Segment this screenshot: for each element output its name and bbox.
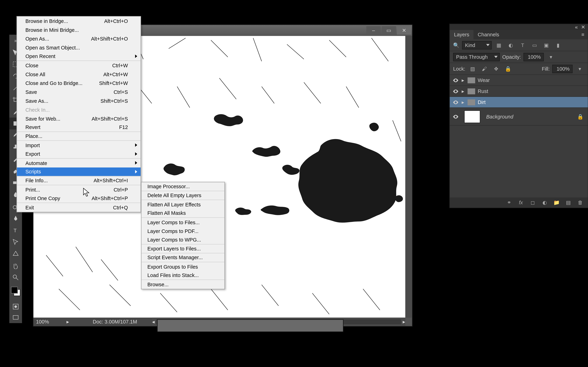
pen-tool[interactable] bbox=[9, 212, 22, 224]
tab-channels[interactable]: Channels bbox=[474, 30, 503, 39]
layer-row-background[interactable]: Background🔒 bbox=[450, 108, 588, 126]
visibility-toggle-icon[interactable] bbox=[450, 99, 462, 105]
layer-row-dirt[interactable]: ▸Dirt bbox=[450, 97, 588, 108]
vertical-scrollbar[interactable] bbox=[405, 36, 412, 318]
blend-mode-dropdown[interactable]: Pass Through bbox=[453, 53, 500, 61]
menu-item-close[interactable]: CloseCtrl+W bbox=[17, 61, 141, 70]
menu-item-label: Save As... bbox=[25, 98, 48, 104]
menu-item-open-as[interactable]: Open As...Alt+Shift+Ctrl+O bbox=[17, 34, 141, 43]
layer-fx-icon[interactable]: fx bbox=[518, 199, 524, 206]
menu-item-save[interactable]: SaveCtrl+S bbox=[17, 88, 141, 96]
menu-item-save-as[interactable]: Save As...Shift+Ctrl+S bbox=[17, 96, 141, 105]
visibility-toggle-icon[interactable] bbox=[450, 77, 462, 83]
submenu-item-flatten-all-masks[interactable]: Flatten All Masks bbox=[141, 209, 224, 218]
menu-shortcut: Ctrl+S bbox=[113, 89, 128, 95]
menu-item-automate[interactable]: Automate bbox=[17, 159, 141, 167]
opacity-value[interactable]: 100% bbox=[523, 53, 544, 61]
filter-search-icon[interactable]: 🔍 bbox=[453, 42, 459, 48]
submenu-item-image-processor[interactable]: Image Processor... bbox=[141, 182, 224, 191]
layer-row-wear[interactable]: ▸Wear bbox=[450, 75, 588, 86]
submenu-item-script-events-manager[interactable]: Script Events Manager... bbox=[141, 253, 224, 262]
fill-value[interactable]: 100% bbox=[552, 65, 573, 73]
menu-item-save-for-web[interactable]: Save for Web...Alt+Shift+Ctrl+S bbox=[17, 114, 141, 123]
hand-tool[interactable] bbox=[9, 260, 22, 272]
horizontal-scrollbar[interactable]: ◂ ▸ bbox=[152, 317, 405, 326]
path-select-tool[interactable] bbox=[9, 236, 22, 248]
disclosure-arrow-icon[interactable]: ▸ bbox=[462, 99, 467, 105]
type-tool[interactable]: T bbox=[9, 224, 22, 236]
submenu-item-layer-comps-to-wpg[interactable]: Layer Comps to WPG... bbox=[141, 236, 224, 244]
submenu-item-load-files-into-stack[interactable]: Load Files into Stack... bbox=[141, 271, 224, 280]
svg-line-18 bbox=[372, 38, 389, 61]
panel-collapse-icon[interactable]: « bbox=[574, 25, 579, 29]
visibility-toggle-icon[interactable] bbox=[450, 88, 462, 94]
window-minimize-button[interactable]: – bbox=[366, 26, 381, 35]
menu-item-browse-in-bridge[interactable]: Browse in Bridge...Alt+Ctrl+O bbox=[17, 17, 141, 25]
submenu-item-layer-comps-to-pdf[interactable]: Layer Comps to PDF... bbox=[141, 227, 224, 236]
filter-kind-dropdown[interactable]: Kind bbox=[462, 41, 492, 49]
menu-item-open-as-smart-object[interactable]: Open as Smart Object... bbox=[17, 43, 141, 52]
svg-line-14 bbox=[211, 40, 228, 57]
submenu-item-export-layers-to-files[interactable]: Export Layers to Files... bbox=[141, 244, 224, 253]
disclosure-arrow-icon[interactable]: ▸ bbox=[462, 88, 467, 94]
svg-line-32 bbox=[160, 293, 177, 312]
menu-item-scripts[interactable]: Scripts bbox=[17, 167, 141, 176]
link-layers-icon[interactable]: ⚭ bbox=[506, 199, 512, 206]
filter-toggle-icon[interactable]: ▮ bbox=[553, 41, 563, 49]
layer-group-icon[interactable]: 📁 bbox=[553, 199, 560, 206]
zoom-tool[interactable] bbox=[9, 272, 22, 284]
opacity-arrow-icon[interactable]: ▾ bbox=[546, 53, 556, 61]
filter-type-icon[interactable]: T bbox=[518, 41, 527, 49]
submenu-item-delete-all-empty-layers[interactable]: Delete All Empty Layers bbox=[141, 191, 224, 200]
window-maximize-button[interactable]: ▭ bbox=[381, 26, 396, 35]
zoom-level[interactable]: 100% bbox=[36, 319, 60, 325]
screenmode-toggle[interactable] bbox=[9, 312, 22, 323]
adjustment-layer-icon[interactable]: ◐ bbox=[541, 199, 548, 206]
delete-layer-icon[interactable]: 🗑 bbox=[577, 199, 584, 206]
layer-mask-icon[interactable]: ◻ bbox=[529, 199, 536, 206]
filter-smart-icon[interactable]: ▣ bbox=[542, 41, 551, 49]
menu-item-export[interactable]: Export bbox=[17, 150, 141, 159]
lock-position-icon[interactable]: ✥ bbox=[492, 65, 501, 73]
quickmask-toggle[interactable] bbox=[9, 301, 22, 312]
panel-close-icon[interactable]: ✕ bbox=[581, 25, 585, 29]
filter-adjust-icon[interactable]: ◐ bbox=[506, 41, 515, 49]
lock-all-icon[interactable]: 🔒 bbox=[503, 65, 513, 73]
menu-item-import[interactable]: Import bbox=[17, 141, 141, 150]
new-layer-icon[interactable]: ▤ bbox=[565, 199, 572, 206]
filter-pixel-icon[interactable]: ▦ bbox=[494, 41, 503, 49]
menu-item-print[interactable]: Print...Ctrl+P bbox=[17, 185, 141, 194]
fill-arrow-icon[interactable]: ▾ bbox=[575, 65, 584, 73]
submenu-item-flatten-all-layer-effects[interactable]: Flatten All Layer Effects bbox=[141, 200, 224, 209]
menu-item-close-all[interactable]: Close AllAlt+Ctrl+W bbox=[17, 70, 141, 79]
filter-shape-icon[interactable]: ▭ bbox=[530, 41, 539, 49]
color-swatches[interactable] bbox=[9, 285, 22, 301]
disclosure-arrow-icon[interactable]: ▸ bbox=[462, 77, 467, 83]
menu-item-close-and-go-to-bridge[interactable]: Close and Go to Bridge...Shift+Ctrl+W bbox=[17, 79, 141, 88]
menu-item-open-recent[interactable]: Open Recent bbox=[17, 52, 141, 61]
menu-item-exit[interactable]: ExitCtrl+Q bbox=[17, 203, 141, 212]
svg-point-7 bbox=[14, 305, 17, 308]
menu-item-browse-in-mini-bridge[interactable]: Browse in Mini Bridge... bbox=[17, 25, 141, 34]
shape-tool[interactable] bbox=[9, 248, 22, 260]
scroll-thumb[interactable] bbox=[157, 319, 344, 332]
lock-transparent-icon[interactable]: ▨ bbox=[468, 65, 477, 73]
document-size-label: Doc: 3.00M/107.1M bbox=[93, 319, 137, 325]
menu-item-print-one-copy[interactable]: Print One CopyAlt+Shift+Ctrl+P bbox=[17, 194, 141, 203]
menu-item-place[interactable]: Place... bbox=[17, 132, 141, 141]
scroll-right-arrow[interactable]: ▸ bbox=[403, 319, 405, 325]
layer-row-rust[interactable]: ▸Rust bbox=[450, 86, 588, 97]
lock-pixels-icon[interactable]: 🖌 bbox=[480, 65, 489, 73]
statusbar-icon[interactable]: ▸ bbox=[67, 319, 69, 325]
panel-menu-icon[interactable]: ≡ bbox=[578, 30, 588, 39]
submenu-item-export-groups-to-files[interactable]: Export Groups to Files bbox=[141, 262, 224, 271]
tab-layers[interactable]: Layers bbox=[450, 30, 474, 39]
submenu-item-browse[interactable]: Browse... bbox=[141, 280, 224, 289]
submenu-item-layer-comps-to-files[interactable]: Layer Comps to Files... bbox=[141, 218, 224, 227]
visibility-toggle-icon[interactable] bbox=[450, 114, 462, 119]
menu-item-revert[interactable]: RevertF12 bbox=[17, 123, 141, 132]
menu-item-file-info[interactable]: File Info...Alt+Shift+Ctrl+I bbox=[17, 176, 141, 185]
window-close-button[interactable]: ✕ bbox=[397, 26, 411, 35]
foreground-color-swatch[interactable] bbox=[11, 287, 18, 294]
scroll-left-arrow[interactable]: ◂ bbox=[152, 319, 155, 325]
